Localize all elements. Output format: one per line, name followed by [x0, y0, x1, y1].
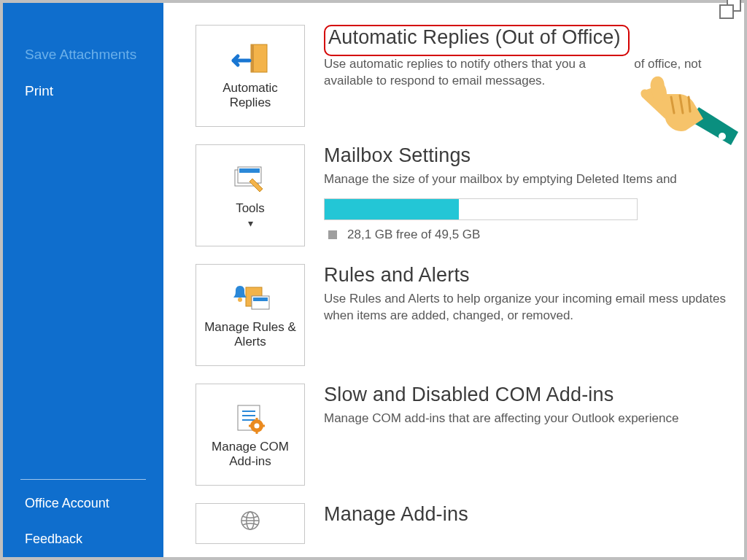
sidebar-item-office-account[interactable]: Office Account — [3, 486, 163, 521]
mailbox-storage-fill — [325, 199, 459, 219]
svg-point-14 — [255, 423, 260, 428]
tile-label: Tools — [236, 201, 265, 216]
dropdown-arrow-icon: ▾ — [248, 217, 253, 229]
svg-rect-7 — [253, 298, 268, 301]
tile-automatic-replies[interactable]: Automatic Replies — [196, 25, 305, 127]
mailbox-storage-text: 28,1 GB free of 49,5 GB — [324, 228, 744, 242]
section-title: Mailbox Settings — [324, 144, 744, 167]
section-desc: Manage the size of your mailbox by empty… — [324, 171, 744, 188]
tile-manage-com-addins[interactable]: Manage COM Add-ins — [196, 384, 305, 486]
mailbox-storage-bar — [324, 198, 638, 220]
tile-label: Automatic Replies — [202, 81, 298, 110]
section-desc: Manage COM add-ins that are affecting yo… — [324, 411, 744, 427]
com-addins-icon — [230, 402, 271, 435]
svg-rect-15 — [256, 418, 258, 421]
svg-rect-1 — [251, 44, 254, 72]
tile-manage-addins[interactable] — [196, 503, 305, 544]
sidebar: Save Attachments Print Office Account Fe… — [3, 3, 163, 557]
sidebar-item-label: Print — [25, 83, 53, 98]
door-arrow-icon — [230, 43, 271, 77]
section-desc: Use Rules and Alerts to help organize yo… — [324, 291, 744, 324]
sidebar-item-label: Office Account — [25, 496, 109, 510]
sidebar-item-feedback[interactable]: Feedback — [3, 521, 163, 557]
highlight-automatic-replies: Automatic Replies (Out of Office) — [324, 25, 630, 56]
legend-square-icon — [328, 230, 337, 239]
sidebar-divider — [20, 479, 146, 480]
account-info-panel: Automatic Replies Automatic Replies (Out… — [163, 3, 744, 557]
tile-label: Manage COM Add-ins — [202, 440, 298, 469]
tile-tools[interactable]: Tools ▾ — [196, 144, 305, 246]
sidebar-item-save-attachments[interactable]: Save Attachments — [3, 36, 163, 73]
outlook-file-backstage: Save Attachments Print Office Account Fe… — [0, 0, 747, 560]
section-title: Slow and Disabled COM Add-ins — [324, 384, 744, 406]
svg-rect-16 — [256, 431, 258, 434]
svg-rect-18 — [262, 424, 265, 427]
section-title: Automatic Replies (Out of Office) — [328, 26, 621, 49]
section-title: Rules and Alerts — [324, 264, 744, 287]
section-title: Manage Add-ins — [324, 503, 744, 526]
svg-rect-4 — [239, 168, 260, 173]
tile-manage-rules[interactable]: Manage Rules & Alerts — [196, 264, 305, 366]
rules-alerts-icon — [230, 282, 271, 316]
svg-point-8 — [238, 298, 242, 302]
sidebar-item-print[interactable]: Print — [3, 73, 163, 109]
sidebar-item-label: Save Attachments — [25, 47, 136, 62]
globe-icon — [230, 510, 271, 532]
sidebar-item-label: Feedback — [25, 532, 82, 546]
svg-rect-17 — [249, 424, 252, 427]
toolbox-icon — [230, 163, 271, 197]
section-desc: Use automatic replies to notify others t… — [324, 56, 744, 90]
tile-label: Manage Rules & Alerts — [202, 320, 298, 349]
